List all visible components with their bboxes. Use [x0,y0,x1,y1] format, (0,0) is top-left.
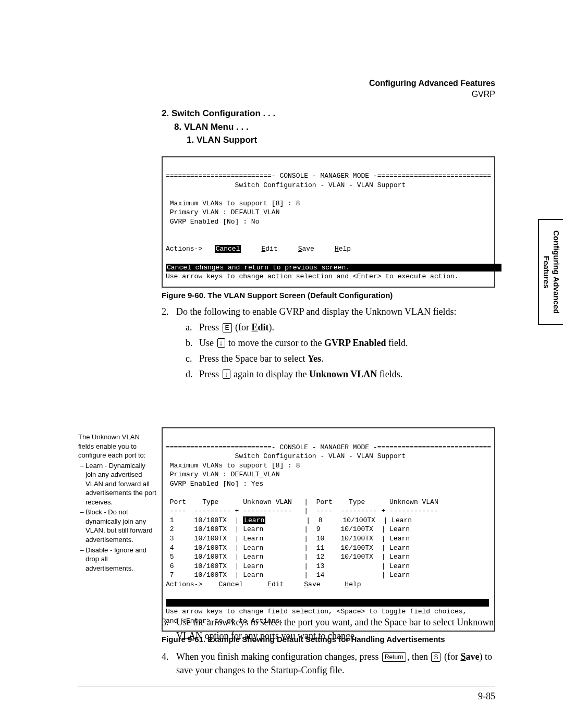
key-s: S [431,652,440,662]
sidenote-item: Block - Do not dynamically join any VLAN… [85,508,156,544]
step-4: 4. When you finish making configuration … [162,650,495,677]
c2-row1-sel: Learn [243,516,265,524]
c1-line: ==========================- CONSOLE - MA… [166,172,491,180]
c2-line: GVRP Enabled [No] : Yes [166,480,263,488]
c1-line: GVRP Enabled [No] : No [166,218,259,226]
chapter-side-tab: Configuring Advanced Features [538,219,563,325]
c1-cancel: Cancel [215,245,241,253]
c1-save: ave [302,245,314,253]
c2-row: 2 10/100TX | Learn | 9 10/100TX | Learn [166,525,410,533]
menu-path: 2. Switch Configuration . . . 8. VLAN Me… [162,107,495,147]
c2-line: Maximum VLANs to support [8] : 8 [166,462,300,470]
c2-hdr: Port Type Unknown VLAN | Port Type Unkno… [166,498,438,506]
c1-hint: Use arrow keys to change action selectio… [166,273,459,280]
menu-path-l1: 2. Switch Configuration . . . [162,107,495,120]
c2-row: 4 10/100TX | Learn | 11 10/100TX | Learn [166,544,410,552]
console-screenshot-2: ==========================- CONSOLE - MA… [162,427,495,632]
header-title: Configuring Advanced Features [369,78,495,89]
c2-row: 6 10/100TX | Learn | 13 | Learn [166,562,410,570]
c2-row: 7 10/100TX | Learn | 14 | Learn [166,571,410,579]
step-2: 2. Do the following to enable GVRP and d… [162,305,495,381]
key-return: Return [382,652,406,662]
substep-c: c. Press the Space bar to select Yes. [186,352,495,365]
substep-d: d. Press ↓ again to display the Unknown … [186,367,495,381]
c1-line: Maximum VLANs to support [8] : 8 [166,200,300,207]
page-header: Configuring Advanced Features GVRP [369,78,495,100]
c2-status [166,599,489,607]
menu-path-l2: 8. VLAN Menu . . . [174,120,495,134]
step3-text: Use the arrow keys to select the port yo… [176,615,495,643]
step-3: 3. Use the arrow keys to select the port… [162,615,495,643]
key-e: E [223,323,232,332]
c1-status: Cancel changes and return to previous sc… [166,264,501,272]
c2-line: ==========================- CONSOLE - MA… [166,443,491,451]
c2-actions: Actions-> Cancel Edit Save Help [166,581,361,588]
footer-rule [78,686,495,686]
substep-b: b. Use ↓ to move the cursor to the GVRP … [186,336,495,350]
menu-path-l3: 1. VLAN Support [187,133,495,147]
c1-save-u: S [298,245,302,253]
step-text: Do the following to enable GVRP and disp… [176,306,456,317]
c2-line: Switch Configuration - VLAN - VLAN Suppo… [166,452,406,460]
c2-sep: ---- --------- + ------------ | ---- ---… [166,507,438,515]
c1-actions-prefix: Actions-> [166,245,215,253]
key-down-arrow-icon: ↓ [217,338,225,348]
side-tab-text: Configuring Advanced Features [539,220,563,324]
c2-row: 1 10/100TX | [166,516,243,524]
sidenote-item: Learn - Dynamically join any advertised … [85,461,156,507]
console-screenshot-1: ==========================- CONSOLE - MA… [162,156,495,288]
edit-underline: E [252,322,258,332]
c2-row: 3 10/100TX | Learn | 10 10/100TX | Learn [166,535,410,542]
c1-help-u: H [335,245,339,253]
substep-a: a. Press E (for Edit). [186,320,495,334]
c2-line: Primary VLAN : DEFAULT_VLAN [166,471,279,478]
c1-line: Switch Configuration - VLAN - VLAN Suppo… [166,181,406,189]
c2-row: 5 10/100TX | Learn | 12 10/100TX | Learn [166,553,410,561]
c1-edit: dit [265,245,277,253]
sidenote-item: Disable - Ignore and drop all advertisem… [85,546,156,573]
figure-caption-1: Figure 9-60. The VLAN Support Screen (De… [162,291,495,300]
page-number: 9-85 [478,691,495,702]
sidenote-intro: The Unknown VLAN fields enable you to co… [78,433,156,460]
key-down-arrow-icon: ↓ [223,369,230,379]
step-number: 2. [162,305,176,381]
c1-line: Primary VLAN : DEFAULT_VLAN [166,208,279,216]
side-note: The Unknown VLAN fields enable you to co… [78,433,156,573]
header-subtitle: GVRP [369,89,495,100]
c1-help: elp [339,245,351,253]
